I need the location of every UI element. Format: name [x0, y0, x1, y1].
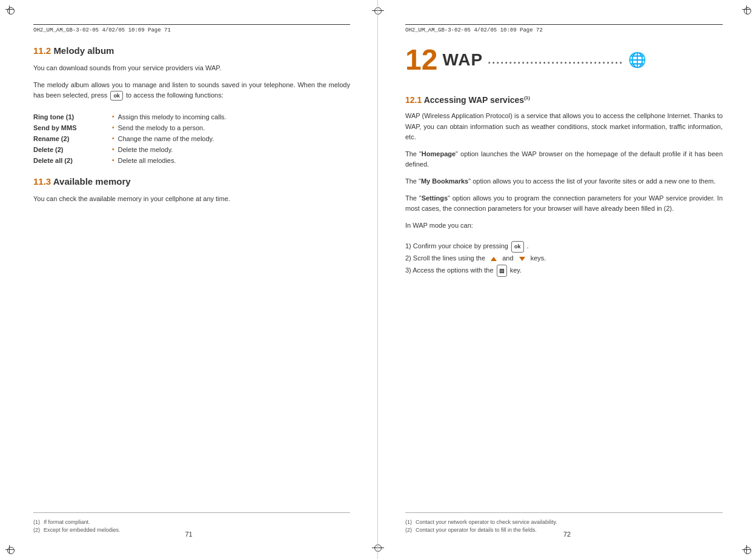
wap-mode-item-2: 2) Scroll the lines using the and keys. — [405, 253, 723, 265]
globe-icon: 🌐 — [628, 51, 646, 68]
section-12-1-num: 12.1 — [405, 95, 422, 105]
wap-mode-item-3: 3) Access the options with the ▤ key. — [405, 265, 723, 277]
feature-rename-desc: Change the name of the melody. — [118, 135, 350, 142]
section-11-2-intro2: The melody album allows you to manage an… — [33, 80, 350, 101]
chapter-heading: 12 WAP ................................ … — [405, 45, 723, 74]
chapter-title: WAP — [442, 50, 483, 70]
arrow-down-icon — [519, 257, 525, 261]
section-11-2-num: 11.2 — [33, 45, 51, 56]
footnote-right-2-num: (2) — [405, 527, 412, 533]
page-spread: OH2_UM_AM_GB-3-02-05 4/02/05 10:09 Page … — [0, 0, 756, 559]
section-12-1-para1: WAP (Wireless Application Protocol) is a… — [405, 111, 723, 143]
right-page: OH2_UM_AM_GB-3-02-05 4/02/05 10:09 Page … — [378, 0, 756, 559]
feature-delete-all: Delete all (2) • Delete all melodies. — [33, 157, 350, 164]
section-11-2-title-text: Melody album — [53, 45, 114, 56]
section-11-2-intro1: You can download sounds from your servic… — [33, 63, 350, 74]
bullet-2: • — [112, 124, 114, 131]
footnote-left-1: (1) If format compliant. — [33, 519, 350, 525]
section-11-2-heading: 11.2 Melody album — [33, 45, 350, 56]
feature-ring-tone: Ring tone (1) • Assign this melody to in… — [33, 113, 350, 121]
left-page: OH2_UM_AM_GB-3-02-05 4/02/05 10:09 Page … — [0, 0, 378, 559]
footnote-left-2-text: Except for embedded melodies. — [44, 527, 121, 533]
feature-rename: Rename (2) • Change the name of the melo… — [33, 135, 350, 142]
footnote-right-1: (1) Contact your network operator to che… — [405, 519, 723, 525]
feature-table: Ring tone (1) • Assign this melody to in… — [33, 113, 350, 168]
print-header-right: OH2_UM_AM_GB-3-02-05 4/02/05 10:09 Page … — [405, 24, 723, 33]
bullet-4: • — [112, 146, 114, 153]
footnote-right-1-num: (1) — [405, 519, 412, 525]
feature-delete-desc: Delete the melody. — [118, 146, 350, 153]
ok-button-icon: ok — [110, 91, 123, 101]
section-12-1-para3: The "My Bookmarks" option allows you to … — [405, 176, 723, 187]
wap-mode-list: 1) Confirm your choice by pressing ok . … — [405, 240, 723, 277]
spacer-right — [405, 280, 723, 512]
feature-delete-label: Delete (2) — [33, 146, 112, 153]
bullet-3: • — [112, 135, 114, 142]
feature-rename-label: Rename (2) — [33, 135, 112, 142]
section-12-1-sup: (1) — [524, 95, 530, 101]
feature-ring-tone-desc: Assign this melody to incoming calls. — [118, 113, 350, 121]
bullet-1: • — [112, 113, 114, 120]
footnote-right-2-text: Contact your operator for details to fil… — [416, 527, 537, 533]
section-12-1-title: Accessing WAP services — [424, 95, 525, 105]
wap-mode-item-1: 1) Confirm your choice by pressing ok . — [405, 240, 723, 253]
section-11-3-heading: 11.3 Available memory — [33, 176, 350, 187]
page-number-left: 71 — [185, 531, 192, 538]
chapter-dots: ................................ — [488, 54, 623, 67]
section-11-3-num: 11.3 — [33, 176, 51, 187]
feature-ring-tone-label: Ring tone (1) — [33, 113, 112, 121]
section-11-3-title: Available memory — [53, 176, 131, 187]
feature-send-mms-desc: Send the melody to a person. — [118, 124, 350, 131]
feature-send-mms-label: Send by MMS — [33, 124, 112, 131]
ok-icon-wap: ok — [511, 241, 524, 252]
footnote-left-1-num: (1) — [33, 519, 40, 525]
feature-delete: Delete (2) • Delete the melody. — [33, 146, 350, 153]
feature-delete-all-label: Delete all (2) — [33, 157, 112, 164]
section-12-1-para2: The "Homepage" option launches the WAP b… — [405, 149, 723, 170]
spacer-left — [33, 210, 350, 512]
section-12-1-para4: The "Settings" option allows you to prog… — [405, 193, 723, 214]
options-key-icon: ▤ — [497, 265, 507, 277]
bullet-5: • — [112, 157, 114, 164]
section-11-3-body: You can check the available memory in yo… — [33, 194, 350, 205]
wap-mode-intro: In WAP mode you can: — [405, 220, 723, 231]
section-12-1-heading: 12.1 Accessing WAP services(1) — [405, 95, 723, 105]
feature-send-mms: Send by MMS • Send the melody to a perso… — [33, 124, 350, 131]
arrow-up-icon — [491, 257, 497, 261]
print-header-left: OH2_UM_AM_GB-3-02-05 4/02/05 10:09 Page … — [33, 24, 350, 33]
footnote-right-1-text: Contact your network operator to check s… — [416, 519, 557, 525]
footnote-left-2-num: (2) — [33, 527, 40, 533]
chapter-num: 12 — [405, 45, 437, 74]
footnote-left-1-text: If format compliant. — [44, 519, 90, 525]
feature-delete-all-desc: Delete all melodies. — [118, 157, 350, 164]
page-number-right: 72 — [563, 531, 571, 538]
